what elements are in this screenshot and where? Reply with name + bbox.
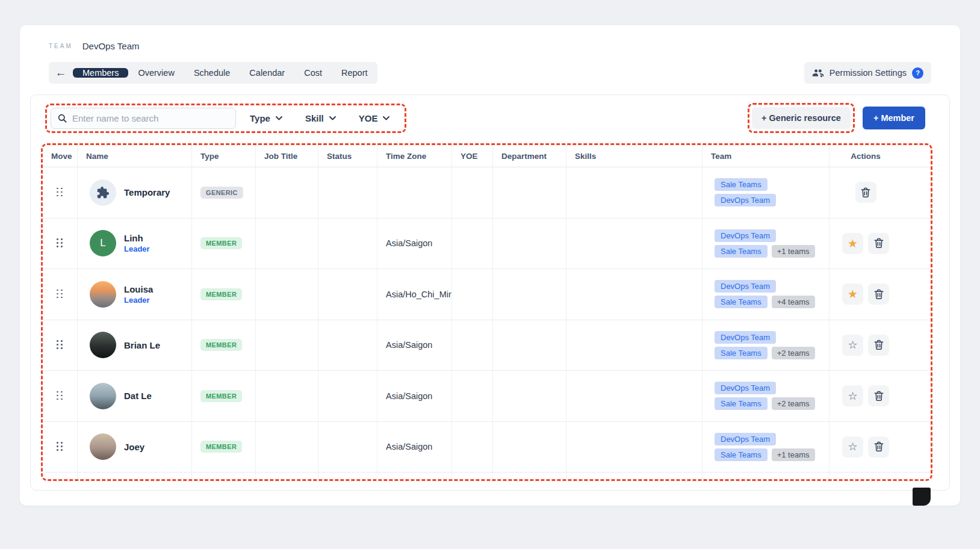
dropdown-label: Type bbox=[250, 113, 270, 123]
job-title-cell bbox=[256, 422, 318, 473]
team-tags: DevOps TeamSale Teams+1 teams bbox=[715, 229, 815, 258]
column-header-actions: Actions bbox=[830, 145, 902, 167]
department-cell bbox=[493, 219, 566, 269]
name-cell: LouisaLeader bbox=[78, 269, 192, 320]
star-outline-button[interactable]: ☆ bbox=[842, 436, 863, 458]
team-tag[interactable]: Sale Teams bbox=[715, 347, 768, 359]
team-tag[interactable]: Sale Teams bbox=[715, 178, 768, 191]
drag-handle-icon[interactable] bbox=[57, 290, 63, 299]
empty-cell bbox=[192, 473, 256, 481]
team-tag[interactable]: DevOps Team bbox=[715, 433, 776, 445]
yoe-cell bbox=[452, 269, 493, 320]
department-cell bbox=[493, 422, 566, 473]
column-header-yoe: YOE bbox=[452, 145, 493, 167]
team-tag[interactable]: Sale Teams bbox=[715, 296, 768, 308]
empty-cell bbox=[493, 473, 566, 481]
tab-schedule[interactable]: Schedule bbox=[184, 68, 240, 78]
permission-settings-button[interactable]: Permission Settings ? bbox=[804, 62, 931, 84]
star-outline-button[interactable]: ☆ bbox=[842, 335, 863, 356]
tab-cost[interactable]: Cost bbox=[294, 68, 332, 78]
search-box[interactable] bbox=[51, 108, 236, 129]
member-name: Temporary bbox=[124, 187, 170, 197]
move-cell bbox=[43, 219, 78, 269]
add-generic-resource-button[interactable]: + Generic resource bbox=[752, 107, 851, 129]
team-tag[interactable]: DevOps Team bbox=[715, 229, 776, 242]
actions-cell bbox=[830, 167, 902, 218]
type-badge: MEMBER bbox=[200, 339, 242, 351]
yoe-cell bbox=[452, 371, 493, 421]
yoe-cell bbox=[452, 219, 493, 269]
team-tag[interactable]: DevOps Team bbox=[715, 382, 776, 394]
tab-calendar[interactable]: Calendar bbox=[240, 68, 294, 78]
help-icon[interactable]: ? bbox=[912, 67, 923, 79]
member-role-label: Leader bbox=[124, 244, 150, 253]
team-tag[interactable]: DevOps Team bbox=[715, 194, 776, 206]
team-tag[interactable]: Sale Teams bbox=[715, 448, 768, 461]
drag-handle-icon[interactable] bbox=[57, 442, 63, 451]
delete-button[interactable] bbox=[868, 436, 889, 458]
actions-cell: ★ bbox=[830, 219, 902, 269]
team-tag[interactable]: DevOps Team bbox=[715, 331, 776, 344]
time-zone-cell: Asia/Saigon bbox=[377, 422, 452, 473]
tab-report[interactable]: Report bbox=[332, 68, 377, 78]
star-icon: ★ bbox=[848, 238, 858, 249]
column-header-type: Type bbox=[192, 145, 256, 167]
delete-button[interactable] bbox=[868, 233, 889, 254]
type-cell: MEMBER bbox=[192, 219, 256, 269]
filter-dropdown-yoe[interactable]: YOE bbox=[347, 108, 402, 129]
more-teams-tag[interactable]: +1 teams bbox=[772, 448, 815, 461]
team-tag[interactable]: Sale Teams bbox=[715, 245, 768, 258]
back-button[interactable]: ← bbox=[49, 62, 73, 84]
filter-dropdown-skill[interactable]: Skill bbox=[294, 108, 347, 129]
type-cell: GENERIC bbox=[192, 167, 256, 218]
star-outline-button[interactable]: ☆ bbox=[842, 385, 863, 406]
empty-cell bbox=[452, 473, 493, 481]
table-row: Dat LeMEMBERAsia/SaigonDevOps TeamSale T… bbox=[43, 371, 931, 422]
status-cell bbox=[318, 320, 377, 371]
status-cell bbox=[318, 422, 377, 473]
drag-handle-icon[interactable] bbox=[57, 340, 63, 350]
main-card: TEAM DevOps Team ← MembersOverviewSchedu… bbox=[20, 25, 960, 506]
star-filled-button[interactable]: ★ bbox=[842, 233, 863, 254]
tab-overview[interactable]: Overview bbox=[128, 68, 184, 78]
delete-button[interactable] bbox=[868, 284, 889, 305]
team-tag[interactable]: Sale Teams bbox=[715, 397, 768, 410]
delete-button[interactable] bbox=[868, 385, 889, 406]
name-cell: Dat Le bbox=[78, 371, 192, 421]
more-teams-tag[interactable]: +2 teams bbox=[772, 347, 815, 359]
column-header-skills: Skills bbox=[566, 145, 702, 167]
table-row: LouisaLeaderMEMBERAsia/Ho_Chi_MinhDevOps… bbox=[43, 269, 931, 320]
filter-row: TypeSkillYOE + Generic resource + Member bbox=[31, 95, 949, 133]
permission-settings-label: Permission Settings bbox=[830, 68, 907, 78]
status-cell bbox=[318, 219, 377, 269]
delete-button[interactable] bbox=[855, 182, 876, 203]
puzzle-avatar-icon bbox=[90, 179, 116, 206]
more-teams-tag[interactable]: +4 teams bbox=[772, 296, 815, 308]
drag-handle-icon[interactable] bbox=[57, 238, 63, 248]
drag-handle-icon[interactable] bbox=[57, 188, 63, 197]
empty-cell bbox=[566, 473, 702, 481]
page-title: DevOps Team bbox=[82, 41, 140, 51]
photo-avatar bbox=[90, 383, 116, 409]
team-label: TEAM bbox=[49, 43, 73, 49]
move-cell bbox=[43, 167, 78, 218]
filter-dropdown-type[interactable]: Type bbox=[238, 108, 294, 129]
star-filled-button[interactable]: ★ bbox=[842, 284, 863, 305]
drag-handle-icon[interactable] bbox=[57, 391, 63, 401]
name-cell: Joey bbox=[78, 422, 192, 473]
header-actions: + Generic resource + Member bbox=[748, 103, 925, 133]
search-input[interactable] bbox=[72, 113, 229, 123]
add-member-button[interactable]: + Member bbox=[863, 107, 925, 129]
filter-group-annotation: TypeSkillYOE bbox=[45, 104, 406, 133]
skills-cell bbox=[566, 422, 702, 473]
trash-icon bbox=[873, 288, 885, 300]
status-cell bbox=[318, 269, 377, 320]
back-arrow-icon: ← bbox=[55, 66, 67, 79]
star-icon: ★ bbox=[848, 288, 858, 300]
type-cell: MEMBER bbox=[192, 269, 256, 320]
team-tag[interactable]: DevOps Team bbox=[715, 280, 776, 293]
more-teams-tag[interactable]: +2 teams bbox=[772, 397, 815, 410]
delete-button[interactable] bbox=[868, 335, 889, 356]
more-teams-tag[interactable]: +1 teams bbox=[772, 245, 815, 258]
tab-members[interactable]: Members bbox=[73, 68, 128, 78]
